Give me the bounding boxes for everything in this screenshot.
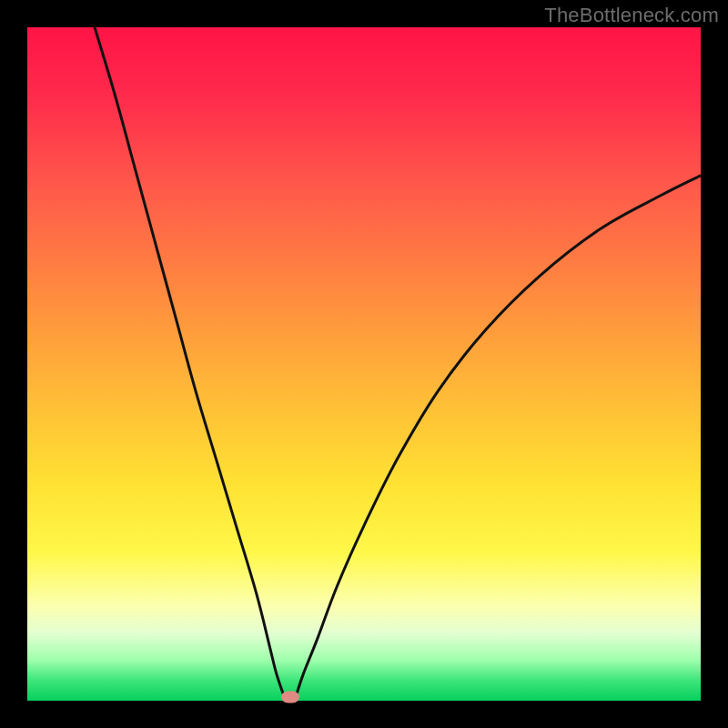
chart-frame: TheBottleneck.com (0, 0, 728, 728)
balance-marker (281, 692, 299, 703)
plot-area (27, 27, 701, 701)
bottleneck-curve (27, 27, 701, 701)
watermark-text: TheBottleneck.com (544, 4, 719, 27)
curve-left-branch (95, 27, 283, 694)
curve-right-branch (297, 176, 701, 694)
